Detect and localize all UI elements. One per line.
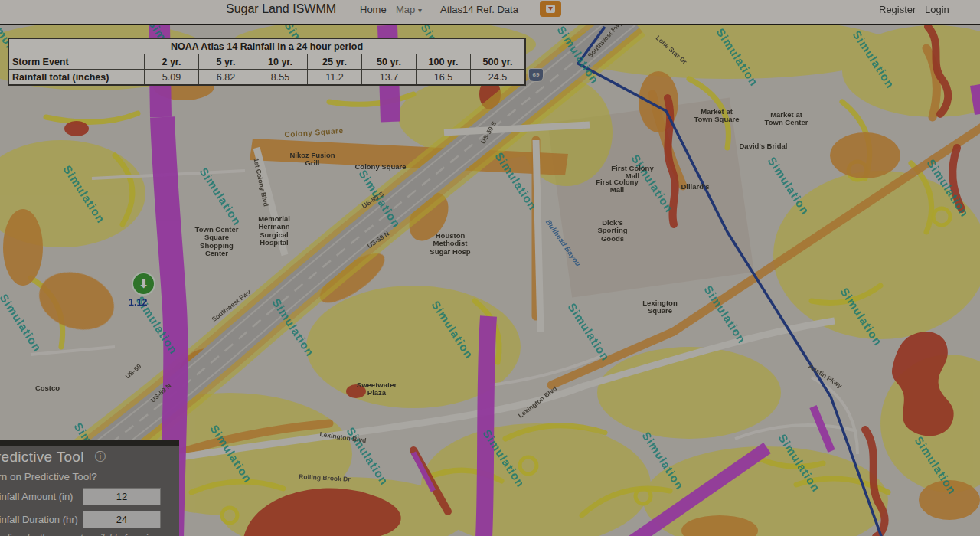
rainfall-duration-label: Rainfall Duration (hr) [0, 514, 83, 525]
storm-col-header: 2 yr. [145, 54, 199, 70]
rainfall-table: NOAA Atlas 14 Rainfall in a 24 hour peri… [8, 38, 526, 86]
storm-col-header: 10 yr. [253, 54, 308, 70]
top-nav: Sugar Land ISWMM Home Map ▾ Atlas14 Ref.… [0, 0, 980, 25]
predictive-tool-panel: Predictive Tool ⓘ Turn on Predictive Too… [0, 440, 179, 536]
panel-top-bar [0, 440, 179, 446]
app-title: Sugar Land ISWMM [226, 2, 336, 16]
green-down-arrow-icon: ⬇ [139, 278, 149, 290]
nav-login[interactable]: Login [925, 4, 949, 15]
storm-col-header: 100 yr. [416, 54, 471, 70]
predictive-tool-question: Turn on Predictive Tool? [0, 471, 179, 482]
rainfall-value: 16.5 [416, 70, 471, 86]
flood-depth-marker[interactable]: ⬇ [132, 272, 155, 296]
rainfall-value: 11.2 [308, 70, 362, 86]
rainfall-table-title: NOAA Atlas 14 Rainfall in a 24 hour peri… [8, 38, 525, 54]
app-window: Sugar Land ISWMM Home Map ▾ Atlas14 Ref.… [0, 0, 980, 536]
warning-download-icon [546, 5, 555, 13]
info-icon[interactable]: ⓘ [95, 450, 106, 464]
rainfall-value: 8.55 [253, 70, 308, 86]
rainfall-duration-input[interactable] [83, 511, 161, 528]
rainfall-value: 6.82 [199, 70, 253, 86]
alert-button[interactable] [540, 1, 561, 17]
nav-home[interactable]: Home [360, 4, 387, 15]
storm-col-header: 5 yr. [199, 54, 253, 70]
nav-register[interactable]: Register [879, 4, 916, 15]
predictive-tool-note: Flooding depths are not available for ra… [0, 533, 179, 536]
flood-depth-value: 1.12 [129, 297, 147, 308]
rainfall-amount-input[interactable] [83, 488, 161, 505]
storm-event-header: Storm Event [8, 54, 145, 70]
rainfall-value: 5.09 [145, 70, 199, 86]
rainfall-value: 13.7 [362, 70, 416, 86]
nav-map-dropdown[interactable]: Map ▾ [396, 4, 422, 15]
storm-col-header: 25 yr. [308, 54, 362, 70]
rainfall-amount-label: Rainfall Amount (in) [0, 491, 83, 502]
rainfall-value: 24.5 [471, 70, 526, 86]
rainfall-total-label: Rainfall total (inches) [8, 70, 145, 86]
highway-shield-69: 69 [528, 68, 544, 82]
storm-col-header: 50 yr. [362, 54, 416, 70]
storm-col-header: 500 yr. [471, 54, 526, 70]
chevron-down-icon: ▾ [418, 6, 422, 15]
predictive-tool-title: Predictive Tool [0, 449, 84, 466]
nav-atlas14-ref-data[interactable]: Atlas14 Ref. Data [440, 4, 518, 15]
